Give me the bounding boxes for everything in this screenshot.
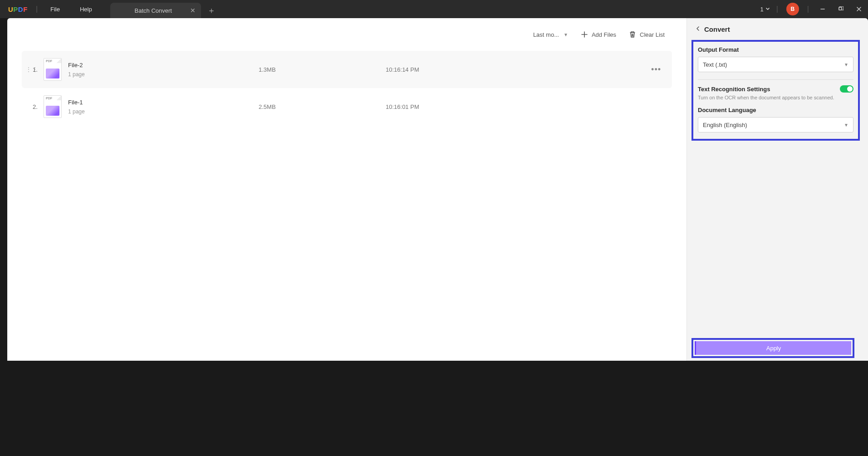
maximize-icon [838,6,843,12]
clear-list-button[interactable]: Clear List [629,31,665,38]
list-toolbar: Last mo... ▼ Add Files Clear List [7,18,687,51]
file-list: ⋮⋮ 1. File-2 1 page 1.3MB 10:16:14 PM ••… [7,51,687,125]
trash-icon [629,31,636,38]
doc-language-select[interactable]: English (English) ▼ [698,117,853,132]
sort-dropdown[interactable]: Last mo... ▼ [533,31,568,38]
ocr-label: Text Recognition Settings [698,86,770,93]
add-files-button[interactable]: Add Files [581,31,616,38]
minimize-button[interactable] [814,0,832,18]
clear-list-label: Clear List [640,31,665,38]
file-meta: File-2 1 page [68,62,259,78]
menu-file[interactable]: File [40,0,70,18]
output-format-label: Output Format [698,46,853,53]
more-icon[interactable]: ••• [651,65,661,74]
minimize-icon [820,6,825,12]
apply-highlight-box: Apply [691,338,854,358]
titlebar: UPDF | File Help Batch Convert ✕ ＋ 1 | B… [0,0,868,18]
chevron-left-icon [695,26,701,31]
output-format-select[interactable]: Text (.txt) ▼ [698,57,853,72]
maximize-button[interactable] [832,0,850,18]
settings-box: Output Format Text (.txt) ▼ Text Recogni… [691,40,860,141]
back-button[interactable] [695,25,701,33]
file-pages: 1 page [68,71,259,78]
close-button[interactable] [850,0,868,18]
close-icon[interactable]: ✕ [190,7,196,14]
pdf-thumbnail [44,58,62,81]
ocr-hint: Turn on the OCR when the document appear… [698,94,853,101]
pdf-thumbnail [44,95,62,118]
ocr-toggle[interactable] [840,85,853,93]
panel-title: Convert [704,25,730,33]
chevron-down-icon: ▼ [844,123,848,127]
file-size: 1.3MB [259,66,386,73]
window-count-value: 1 [760,6,763,13]
file-row[interactable]: ⋮⋮ 2. File-1 1 page 2.5MB 10:16:01 PM ••… [22,88,672,125]
window-count[interactable]: 1 [758,6,771,13]
svg-rect-0 [839,7,842,10]
doc-language-value: English (English) [703,122,747,128]
plus-icon [581,31,588,38]
sort-label: Last mo... [533,31,559,38]
divider: | [772,5,783,13]
apply-button[interactable]: Apply [695,341,851,355]
chevron-down-icon: ▼ [844,62,848,67]
main-content: Last mo... ▼ Add Files Clear List ⋮⋮ 1. … [7,18,687,361]
doc-language-label: Document Language [698,107,853,113]
tab-bar: Batch Convert ✕ ＋ [110,0,222,18]
file-row[interactable]: ⋮⋮ 1. File-2 1 page 1.3MB 10:16:14 PM ••… [22,51,672,88]
file-time: 10:16:14 PM [386,66,476,73]
row-index: 1. [33,66,44,73]
output-format-value: Text (.txt) [703,61,727,68]
chevron-down-icon [765,7,770,11]
file-name: File-1 [68,99,259,106]
file-pages: 1 page [68,108,259,115]
user-avatar[interactable]: B [786,3,799,15]
divider: | [803,5,814,13]
new-tab-button[interactable]: ＋ [201,3,222,18]
row-index: 2. [33,103,44,110]
drag-handle-icon[interactable]: ⋮⋮ [25,66,33,73]
add-files-label: Add Files [592,31,616,38]
file-size: 2.5MB [259,103,386,110]
app-logo: UPDF [0,5,36,13]
menu-help[interactable]: Help [70,0,102,18]
chevron-down-icon: ▼ [564,32,568,37]
tab-label: Batch Convert [135,7,172,14]
close-icon [856,6,862,12]
window-controls: 1 | B | [758,0,868,18]
file-meta: File-1 1 page [68,99,259,115]
divider: | [36,5,38,13]
divider [698,79,853,80]
file-name: File-2 [68,62,259,69]
tab-batch-convert[interactable]: Batch Convert ✕ [110,3,201,18]
file-time: 10:16:01 PM [386,103,476,110]
panel-header: Convert [687,18,863,40]
convert-panel: Convert Output Format Text (.txt) ▼ Text… [687,18,868,361]
